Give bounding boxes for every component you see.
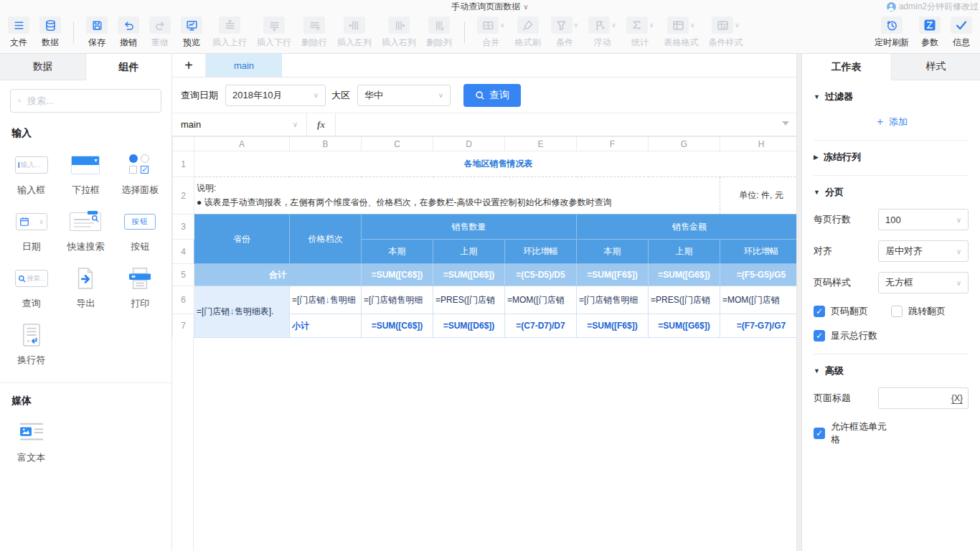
user-status[interactable]: admin2分钟前修改过 (887, 1, 979, 13)
advanced-section-header[interactable]: ▼ 高级 (814, 364, 969, 377)
formula-token-icon[interactable]: {X} (951, 393, 963, 404)
component-search[interactable] (10, 89, 161, 113)
component-choice-panel[interactable]: ✓选择面板 (113, 150, 167, 199)
rows-per-page-select[interactable]: 100∨ (878, 209, 969, 230)
row-header-3[interactable]: 3 (173, 215, 194, 240)
checkbox-page-nav[interactable]: ✓ 页码翻页 (814, 305, 891, 318)
row-header-7[interactable]: 7 (173, 314, 194, 338)
subtotal-formula-cell[interactable]: =SUM([G6$]) (649, 314, 720, 338)
freeze-section-header[interactable]: ▶ 冻结行列 (814, 151, 969, 164)
toolbar-button-save[interactable]: 保存 (81, 13, 113, 53)
header-cell-sales-amt[interactable]: 销售金额 (577, 215, 797, 240)
column-header-B[interactable]: B (290, 137, 362, 151)
row-header-2[interactable]: 2 (173, 177, 194, 215)
toolbar-button-preview[interactable]: 预览 (176, 13, 207, 53)
toolbar-button-parameter[interactable]: 参数 (914, 13, 946, 53)
column-header-F[interactable]: F (577, 137, 649, 151)
column-header-D[interactable]: D (433, 137, 505, 151)
right-panel-tab-1[interactable]: 样式 (892, 54, 980, 80)
subtotal-formula-cell[interactable]: =SUM([D6$]) (433, 314, 505, 338)
component-date-picker[interactable]: ∨日期 (4, 207, 59, 256)
column-header-H[interactable]: H (720, 137, 797, 151)
page-style-select[interactable]: 无方框∨ (878, 272, 969, 293)
checkbox-show-total-rows[interactable]: ✓ 显示总行数 (814, 329, 891, 342)
page-title-input[interactable]: {X} (878, 387, 969, 409)
component-quick-search[interactable]: 快速搜索 (59, 207, 113, 256)
header-subcell[interactable]: 本期 (577, 240, 649, 264)
detail-formula-cell[interactable]: =[门店销售明细 (362, 286, 433, 314)
column-header-A[interactable]: A (194, 137, 290, 151)
total-formula-cell[interactable]: =SUM([C6$]) (362, 264, 433, 286)
pagination-section-header[interactable]: ▼ 分页 (814, 186, 969, 199)
detail-formula-cell[interactable]: =MOM([门店销 (720, 286, 797, 314)
component-dropdown-box[interactable]: ▾下拉框 (59, 150, 113, 199)
detail-formula-cell[interactable]: =MOM([门店销 (505, 286, 577, 314)
detail-formula-cell[interactable]: =PRES([门店销 (649, 286, 720, 314)
formula-expand-icon[interactable] (782, 121, 789, 126)
toolbar-button-info-check[interactable]: 信息 (946, 13, 977, 53)
right-panel-tab-0[interactable]: 工作表 (802, 54, 892, 80)
vertical-scrollbar[interactable] (796, 54, 802, 551)
left-panel-tab-1[interactable]: 组件 (86, 54, 171, 80)
component-line-break[interactable]: 换行符 (4, 320, 59, 369)
align-select[interactable]: 居中对齐∨ (878, 240, 969, 262)
row-header-6[interactable]: 6 (173, 286, 194, 314)
checkbox-allow-cell-select[interactable]: ✓ 允许框选单元格 (814, 420, 891, 446)
total-formula-cell[interactable]: =SUM([G6$]) (649, 264, 720, 286)
column-header-E[interactable]: E (505, 137, 577, 151)
toolbar-button-menu[interactable]: 文件 (3, 13, 34, 53)
total-formula-cell[interactable]: =(F5-G5)/G5 (720, 264, 797, 286)
detail-formula-cell[interactable]: =[门店销售明细 (577, 286, 649, 314)
sheet-tab-main[interactable]: main (206, 54, 282, 77)
header-subcell[interactable]: 环比增幅 (505, 240, 577, 264)
component-button-shape[interactable]: 按钮按钮 (113, 207, 167, 256)
column-header-G[interactable]: G (649, 137, 720, 151)
report-title-cell[interactable]: 各地区销售情况表 (194, 151, 797, 177)
total-formula-cell[interactable]: =SUM([D6$]) (433, 264, 505, 286)
checkbox-jump-nav[interactable]: 跳转翻页 (891, 305, 969, 318)
component-export[interactable]: 导出 (59, 263, 113, 313)
subtotal-label-cell[interactable]: 小计 (290, 314, 362, 338)
header-subcell[interactable]: 上期 (649, 240, 720, 264)
subtotal-formula-cell[interactable]: =SUM([F6$]) (577, 314, 649, 338)
header-cell-province[interactable]: 省份 (194, 215, 290, 264)
document-title-menu[interactable]: 手动查询页面数据∨ (451, 1, 528, 13)
query-date-select[interactable]: 2018年10月∨ (225, 85, 326, 106)
filter-section-header[interactable]: ▼ 过滤器 (814, 90, 969, 103)
formula-input[interactable] (336, 113, 796, 136)
total-label-cell[interactable]: 合计 (194, 264, 362, 286)
unit-cell[interactable]: 单位: 件, 元 (720, 177, 797, 215)
query-button[interactable]: 查询 (463, 84, 521, 107)
select-all-corner[interactable] (173, 137, 194, 151)
add-filter-button[interactable]: ＋添加 (814, 115, 969, 128)
row-header-5[interactable]: 5 (173, 264, 194, 286)
detail-dataset-cell[interactable]: =[门店销↓售明细表]. (194, 286, 290, 338)
toolbar-button-database[interactable]: 数据 (34, 13, 66, 53)
component-query-box[interactable]: 搜索...查询 (4, 263, 59, 313)
toolbar-button-undo[interactable]: 撤销 (113, 13, 144, 53)
header-subcell[interactable]: 环比增幅 (720, 240, 797, 264)
subtotal-formula-cell[interactable]: =SUM([C6$]) (362, 314, 433, 338)
add-sheet-button[interactable]: + (172, 54, 206, 77)
row-header-4[interactable]: 4 (173, 240, 194, 264)
total-formula-cell[interactable]: =(C5-D5)/D5 (505, 264, 577, 286)
search-input[interactable] (27, 95, 154, 106)
header-cell-sales-qty[interactable]: 销售数量 (362, 215, 577, 240)
subtotal-formula-cell[interactable]: =(F7-G7)/G7 (720, 314, 797, 338)
region-select[interactable]: 华中∨ (357, 85, 451, 106)
toolbar-button-refresh-timer[interactable]: 定时刷新 (870, 13, 914, 53)
note-cell[interactable]: 说明:● 该表是手动查询报表，左侧有两个维度省份、价格档次，在参数栏-高级中设置… (194, 177, 720, 215)
detail-formula-cell[interactable]: =PRES([门店销 (433, 286, 505, 314)
header-subcell[interactable]: 本期 (362, 240, 433, 264)
header-subcell[interactable]: 上期 (433, 240, 505, 264)
subtotal-formula-cell[interactable]: =(C7-D7)/D7 (505, 314, 577, 338)
row-header-1[interactable]: 1 (173, 151, 194, 177)
column-header-C[interactable]: C (362, 137, 433, 151)
component-input-box[interactable]: I输入...输入框 (4, 150, 59, 199)
left-panel-tab-0[interactable]: 数据 (0, 54, 86, 80)
cell-scope-select[interactable]: main∨ (172, 113, 307, 136)
header-cell-price-tier[interactable]: 价格档次 (290, 215, 362, 264)
component-rich-text[interactable]: 富文本 (4, 418, 59, 467)
total-formula-cell[interactable]: =SUM([F6$]) (577, 264, 649, 286)
detail-dataset-cell[interactable]: =[门店销↓售明细 (290, 286, 362, 314)
